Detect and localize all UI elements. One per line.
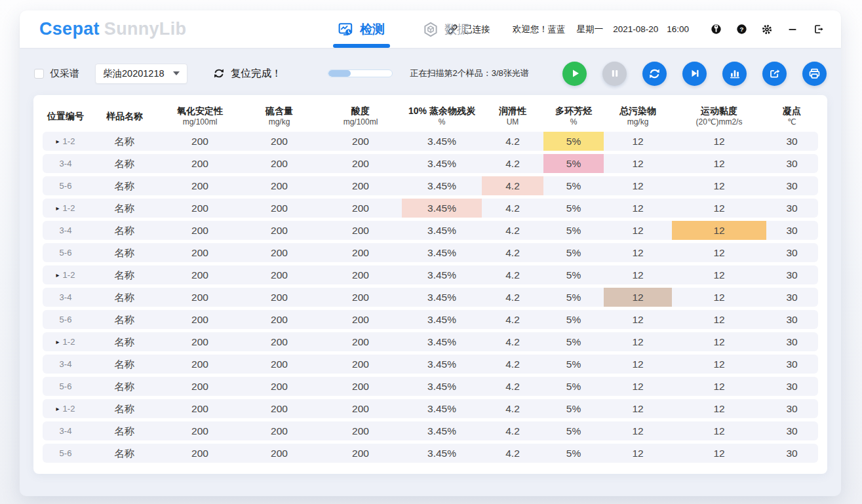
table-cell: 12 (672, 243, 766, 262)
table-row[interactable]: 3-4名称2002002003.45%4.25%121230 (43, 154, 818, 173)
table-row[interactable]: 3-4名称2002002003.45%4.25%121230 (43, 355, 818, 374)
expand-arrow-icon[interactable]: ▸ (56, 271, 60, 279)
table-cell: 名称 (88, 243, 161, 262)
expand-arrow-icon[interactable]: ▸ (56, 138, 60, 145)
table-cell: 30 (766, 221, 817, 240)
table-cell: 3.45% (402, 421, 482, 440)
table-cell: 12 (672, 176, 766, 195)
table-row[interactable]: ▸1-2名称2002002003.45%4.25%121230 (43, 332, 818, 351)
export-button[interactable] (762, 62, 787, 86)
table-cell: 200 (319, 421, 402, 440)
column-header: 运动黏度(20℃)mm2/s (672, 105, 766, 127)
table-cell: 200 (239, 399, 319, 418)
minimize-button[interactable] (787, 24, 798, 35)
table-row[interactable]: 5-6名称2002002003.45%4.25%121230 (43, 310, 818, 329)
table-cell: 4.2 (482, 154, 543, 173)
reset-button[interactable] (212, 67, 225, 80)
play-icon (568, 67, 581, 80)
expand-arrow-icon[interactable]: ▸ (56, 338, 60, 345)
scan-status-text: 正在扫描第2个样品：3/8张光谱 (410, 68, 529, 79)
settings-button[interactable] (761, 24, 773, 35)
table-cell: 5% (543, 444, 604, 463)
table-cell: 12 (604, 221, 672, 240)
column-unit: mg/100ml (161, 117, 239, 127)
table-cell: 名称 (88, 288, 161, 307)
skip-button[interactable] (682, 62, 707, 86)
question-circle-icon: ? (736, 24, 747, 35)
only-spectrum-checkbox[interactable]: 仅采谱 (34, 68, 79, 80)
tool-button[interactable] (710, 24, 722, 35)
table-cell: 200 (161, 310, 239, 329)
table-cell: 200 (319, 243, 402, 262)
table-row[interactable]: ▸1-2名称2002002003.45%4.25%121230 (43, 132, 818, 151)
cube-hexagon-icon (423, 22, 439, 37)
table-cell: 30 (766, 444, 817, 463)
highlighted-cell: 5% (543, 132, 604, 151)
table-row[interactable]: 3-4名称2002002003.45%4.25%121230 (43, 421, 818, 440)
table-cell: 200 (319, 132, 402, 151)
position-cell: 5-6 (43, 377, 88, 396)
date-text: 2021-08-20 (613, 24, 658, 34)
table-cell: 12 (604, 176, 672, 195)
table-cell: 200 (239, 332, 319, 351)
table-cell: 3.45% (402, 377, 482, 396)
table-cell: 12 (604, 444, 672, 463)
table-cell: 200 (161, 288, 239, 307)
table-cell: 200 (239, 288, 319, 307)
table-row[interactable]: ▸1-2名称2002002003.45%4.25%121230 (43, 265, 818, 284)
table-cell: 5% (543, 332, 604, 351)
highlighted-cell: 3.45% (402, 199, 482, 218)
table-cell: 200 (239, 199, 319, 218)
table-cell: 5% (543, 377, 604, 396)
reset-group: 复位完成！ (212, 67, 282, 81)
column-unit: ℃ (766, 117, 817, 127)
checkbox-box[interactable] (34, 69, 44, 79)
table-cell: 名称 (88, 265, 161, 284)
position-cell: 5-6 (43, 176, 88, 195)
help-button[interactable]: ? (735, 24, 747, 35)
table-cell: 3.45% (402, 288, 482, 307)
table-cell: 名称 (88, 221, 161, 240)
table-row[interactable]: ▸1-2名称2002002003.45%4.25%121230 (43, 199, 818, 218)
rescan-button[interactable] (642, 62, 667, 86)
gear-icon (761, 24, 773, 35)
print-button[interactable] (802, 62, 827, 86)
table-cell: 名称 (88, 444, 161, 463)
table-row[interactable]: ▸1-2名称2002002003.45%4.25%121230 (43, 399, 818, 418)
table-cell: 4.2 (482, 399, 543, 418)
highlighted-cell: 12 (604, 288, 672, 307)
table-cell: 200 (319, 221, 402, 240)
exit-button[interactable] (812, 24, 824, 35)
table-row[interactable]: 3-4名称2002002003.45%4.25%121230 (43, 221, 818, 240)
table-cell: 200 (239, 355, 319, 374)
table-cell: 3.45% (402, 176, 482, 195)
table-cell: 200 (239, 444, 319, 463)
table-row[interactable]: 3-4名称2002002003.45%4.25%121230 (43, 288, 818, 307)
table-row[interactable]: 5-6名称2002002003.45%4.25%121230 (43, 176, 818, 195)
expand-arrow-icon[interactable]: ▸ (56, 405, 60, 412)
chart-button[interactable] (722, 62, 747, 86)
table-cell: 3.45% (402, 444, 482, 463)
column-header: 凝点℃ (766, 105, 817, 127)
table-row[interactable]: 5-6名称2002002003.45%4.25%121230 (43, 243, 818, 262)
table-cell: 名称 (88, 132, 161, 151)
highlighted-cell: 5% (543, 154, 604, 173)
pause-button[interactable] (602, 62, 627, 86)
table-cell: 3.45% (402, 332, 482, 351)
table-cell: 200 (239, 221, 319, 240)
start-button[interactable] (562, 62, 587, 86)
table-cell: 30 (766, 399, 817, 418)
sample-dropdown[interactable]: 柴油20201218 (95, 64, 187, 84)
table-row[interactable]: 5-6名称2002002003.45%4.25%121230 (43, 444, 818, 463)
table-cell: 4.2 (482, 265, 543, 284)
refresh-icon (212, 67, 225, 80)
table-header-row: 位置编号样品名称氧化安定性mg/100ml硫含量mg/kg酸度mg/100ml1… (43, 100, 818, 132)
table-row[interactable]: 5-6名称2002002003.45%4.25%121230 (43, 377, 818, 396)
table-cell: 4.2 (482, 332, 543, 351)
expand-arrow-icon[interactable]: ▸ (56, 204, 60, 212)
tab-data[interactable]: 数据 (423, 10, 469, 48)
table-cell: 200 (319, 310, 402, 329)
column-label: 多环芳烃 (543, 105, 604, 117)
tab-detect[interactable]: 检测 (338, 10, 385, 48)
welcome-text: 欢迎您！蓝蓝 (513, 24, 566, 35)
